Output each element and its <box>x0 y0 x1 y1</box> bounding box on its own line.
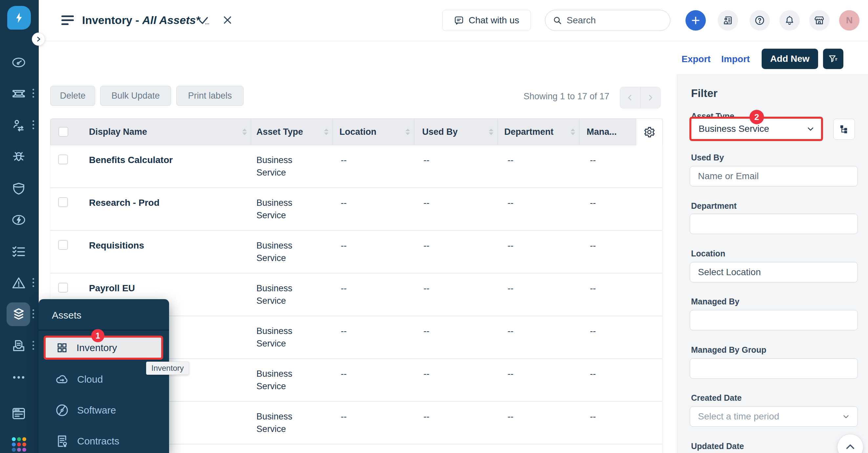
location-input[interactable] <box>690 262 858 282</box>
created-date-label: Created Date <box>691 393 742 403</box>
column-label: Location <box>339 127 377 137</box>
column-label: Department <box>504 127 554 137</box>
plus-icon <box>691 16 701 25</box>
user-avatar[interactable]: N <box>839 10 860 31</box>
app-switcher-grid-icon[interactable] <box>12 437 27 452</box>
column-header-asset-type[interactable]: Asset Type <box>251 118 333 145</box>
table-row[interactable]: Research - Prod Business Service -- -- -… <box>50 188 662 231</box>
filter-toggle-button[interactable] <box>823 49 843 69</box>
sidebar-item-problems[interactable] <box>11 149 26 164</box>
next-page-button[interactable] <box>641 87 660 108</box>
cell-asset-type: Business Service <box>251 145 333 188</box>
app-logo[interactable] <box>7 6 31 30</box>
sort-arrows-icon[interactable] <box>242 129 247 135</box>
bell-icon <box>784 15 795 26</box>
select-all-checkbox[interactable] <box>58 127 68 137</box>
row-checkbox[interactable] <box>58 154 68 164</box>
sidebar-item-workspace[interactable] <box>11 406 26 421</box>
cloud-icon <box>55 372 69 387</box>
sidebar-item-assets[interactable] <box>11 307 26 322</box>
ticket-icon <box>11 86 26 101</box>
sidebar-item-dashboard[interactable] <box>11 55 26 70</box>
row-checkbox[interactable] <box>58 240 68 250</box>
import-link[interactable]: Import <box>721 54 750 64</box>
flyout-item-cloud[interactable]: Cloud <box>55 372 103 387</box>
tickets-menu-dots[interactable] <box>32 89 34 100</box>
column-header-display-name[interactable]: Display Name <box>76 118 251 145</box>
column-header-managed-by[interactable]: Mana... <box>580 118 636 145</box>
flyout-item-software[interactable]: Software <box>55 403 116 418</box>
flyout-item-inventory[interactable]: Inventory <box>44 336 163 360</box>
question-circle-icon <box>754 15 765 26</box>
cell-location: -- <box>333 359 414 401</box>
onboarding-menu-dots[interactable] <box>32 120 34 131</box>
used-by-input[interactable] <box>690 166 858 187</box>
layers-stack-icon <box>11 307 26 322</box>
save-view-check-icon[interactable] <box>197 15 211 28</box>
alerts-menu-dots[interactable] <box>32 278 34 289</box>
sidebar-item-sprints[interactable] <box>11 213 26 227</box>
close-view-icon[interactable] <box>221 14 234 26</box>
flyout-item-contracts[interactable]: Contracts <box>55 433 119 449</box>
managed-by-input[interactable] <box>690 310 858 330</box>
table-row[interactable]: Benefits Calculator Business Service -- … <box>50 145 662 188</box>
contacts-switcher-button[interactable] <box>718 10 738 31</box>
gear-icon[interactable] <box>643 126 656 138</box>
bulk-update-button[interactable]: Bulk Update <box>100 86 171 106</box>
cell-managed-by: -- <box>580 402 636 444</box>
managed-by-group-input[interactable] <box>690 358 858 379</box>
assets-menu-dots[interactable] <box>32 309 34 320</box>
sidebar-item-changes[interactable] <box>11 181 26 196</box>
column-header-department[interactable]: Department <box>498 118 580 145</box>
export-link[interactable]: Export <box>682 54 711 64</box>
row-checkbox[interactable] <box>58 283 68 292</box>
global-search[interactable] <box>545 10 670 31</box>
sort-arrows-icon[interactable] <box>405 129 410 135</box>
help-button[interactable] <box>749 10 770 31</box>
sidebar-item-onboarding[interactable] <box>11 118 26 133</box>
sort-arrows-icon[interactable] <box>570 129 575 135</box>
chat-bubble-icon <box>454 15 464 26</box>
bug-icon <box>11 149 26 164</box>
search-input[interactable] <box>567 15 658 26</box>
sidebar-item-todo[interactable] <box>11 244 26 259</box>
cell-department: -- <box>498 231 580 273</box>
sort-arrows-icon[interactable] <box>324 129 329 135</box>
cell-actions <box>636 316 663 358</box>
column-header-location[interactable]: Location <box>333 118 414 145</box>
department-label: Department <box>691 201 737 211</box>
sidebar-item-alerts[interactable] <box>11 276 26 291</box>
cell-display-name[interactable]: Benefits Calculator <box>76 145 251 188</box>
table-row[interactable]: Requisitions Business Service -- -- -- -… <box>50 231 662 274</box>
sidebar-item-reports[interactable] <box>11 338 26 353</box>
reports-menu-dots[interactable] <box>32 341 34 352</box>
notifications-button[interactable] <box>779 10 800 31</box>
cell-display-name[interactable]: Research - Prod <box>76 188 251 230</box>
cell-used-by: -- <box>414 316 498 358</box>
print-labels-button[interactable]: Print labels <box>176 86 244 106</box>
delete-button[interactable]: Delete <box>50 86 95 106</box>
chat-with-us-button[interactable]: Chat with us <box>442 10 531 31</box>
cell-actions <box>636 359 663 401</box>
scroll-to-top-button[interactable] <box>837 434 863 453</box>
hamburger-menu-icon[interactable] <box>61 16 74 26</box>
cell-managed-by: -- <box>580 188 636 230</box>
cell-display-name[interactable]: Requisitions <box>76 231 251 273</box>
row-checkbox[interactable] <box>58 197 68 207</box>
created-date-select[interactable]: Select a time period <box>690 406 858 427</box>
prev-page-button[interactable] <box>620 87 641 108</box>
quick-add-button[interactable] <box>685 10 706 31</box>
column-header-used-by[interactable]: Used By <box>414 118 498 145</box>
cell-actions <box>636 274 663 316</box>
sort-arrows-icon[interactable] <box>489 129 493 135</box>
add-new-button[interactable]: Add New <box>762 49 818 69</box>
sidebar-item-tickets[interactable] <box>11 86 26 101</box>
department-input[interactable] <box>690 214 858 234</box>
marketplace-button[interactable] <box>809 10 830 31</box>
cell-used-by <box>414 445 498 453</box>
sidebar-expand-button[interactable] <box>32 32 45 46</box>
cell-actions <box>636 145 663 188</box>
asset-type-tree-button[interactable] <box>833 119 855 140</box>
cell-department: -- <box>498 316 580 358</box>
sidebar-item-more[interactable] <box>11 370 26 385</box>
